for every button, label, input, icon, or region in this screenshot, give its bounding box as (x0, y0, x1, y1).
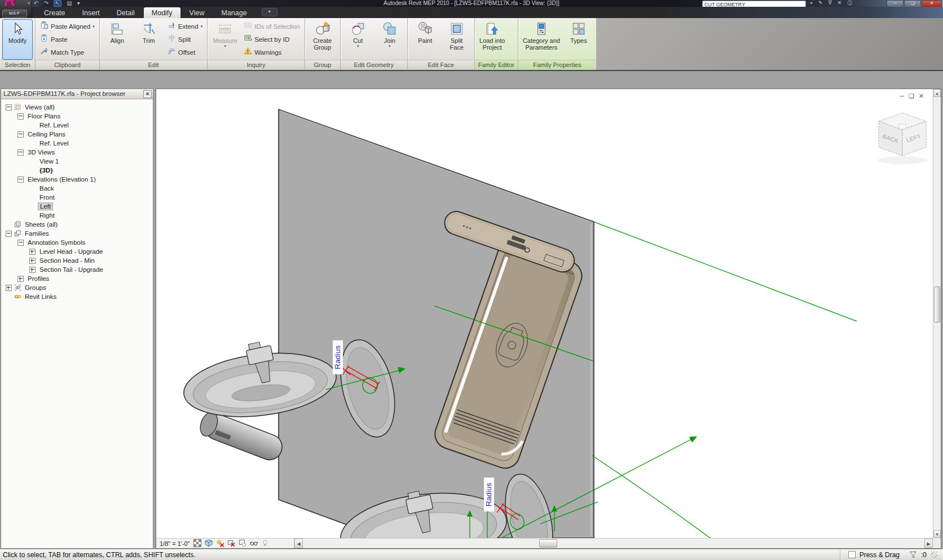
tree-item-ceiling-plans[interactable]: Ceiling Plans (1, 130, 153, 139)
vertical-scrollbar[interactable]: ▲ ▼ (933, 89, 941, 538)
tree-item-right[interactable]: Right (1, 211, 153, 220)
tree-item-back[interactable]: Back (1, 184, 153, 193)
tree-item-level-head-upgrade[interactable]: Level Head - Upgrade (1, 247, 153, 256)
close-button[interactable]: ✕ (922, 0, 942, 7)
split-face-button[interactable]: SplitFace (442, 19, 472, 60)
tree-item-ref-level[interactable]: Ref. Level (1, 139, 153, 148)
cut-button[interactable]: Cut▾ (343, 19, 373, 60)
offset-button[interactable]: Offset (165, 46, 205, 59)
link-icon (14, 293, 21, 300)
tree-item-floor-plans[interactable]: Floor Plans (1, 112, 153, 121)
vertical-scroll-thumb[interactable] (934, 286, 940, 323)
tree-item-groups[interactable]: Groups (1, 283, 153, 292)
trim-button[interactable]: Trim (134, 19, 164, 60)
align-button[interactable]: Align (102, 19, 133, 60)
tree-expander-minus-icon[interactable] (17, 149, 24, 156)
tree-expander-plus-icon[interactable] (29, 258, 36, 264)
minimize-button[interactable]: ─ (887, 0, 904, 7)
tab-modify[interactable]: Modify (144, 7, 180, 18)
document-window-controls[interactable]: ─❏✕ (900, 92, 928, 100)
canvas-3d-view[interactable]: Radius (156, 89, 933, 538)
types-button[interactable]: Types (563, 19, 594, 60)
tree-item-revit-links[interactable]: Revit Links (1, 292, 153, 301)
tab-manage[interactable]: Manage (213, 7, 254, 18)
select-by-id-button[interactable]: Select by ID (241, 33, 303, 46)
paint-button[interactable]: Paint (410, 19, 440, 60)
scroll-left-icon[interactable]: ◀ (294, 539, 303, 548)
tree-item-sheets-all-[interactable]: Sheets (all) (1, 220, 153, 229)
paste-aligned-button[interactable]: Paste Aligned▾ (37, 20, 98, 33)
join-button[interactable]: Join▾ (374, 19, 405, 60)
horizontal-scroll-thumb[interactable] (539, 539, 557, 548)
pencil-icon[interactable]: ✎ (818, 0, 823, 6)
tab-create[interactable]: Create (36, 7, 73, 18)
tree-item-3d-views[interactable]: 3D Views (1, 148, 153, 157)
temporary-hide-isolate-icon[interactable] (250, 539, 258, 548)
tree-item-elevations-elevation-1-[interactable]: Elevations (Elevation 1) (1, 175, 153, 184)
measure-button[interactable]: Measure▾ (210, 19, 240, 60)
tree-item-section-head-min[interactable]: Section Head - Min (1, 256, 153, 265)
tree-expander-minus-icon[interactable] (17, 177, 24, 183)
shadows-off-icon[interactable] (216, 539, 224, 548)
create-group-button[interactable]: CreateGroup (307, 19, 338, 60)
warnings-button[interactable]: Warnings (241, 46, 303, 59)
horizontal-scrollbar[interactable] (303, 539, 924, 548)
tree-item--3d-[interactable]: {3D} (1, 166, 153, 175)
scrollbar-corner (933, 538, 941, 548)
tree-expander-minus-icon[interactable] (17, 113, 24, 120)
tree-expander-minus-icon[interactable] (17, 240, 24, 246)
extend-button[interactable]: Extend▾ (165, 20, 205, 33)
tree-expander-minus-icon[interactable] (17, 131, 24, 138)
paste-button[interactable]: Paste (37, 33, 98, 46)
reveal-hidden-icon[interactable] (261, 539, 270, 548)
tree-item-profiles[interactable]: Profiles (1, 274, 153, 283)
binoculars-icon[interactable]: ⌖ (810, 0, 813, 6)
tree-item-ref-level[interactable]: Ref. Level (1, 121, 153, 130)
tree-item-view-1[interactable]: View 1 (1, 157, 153, 166)
radius-label-lower[interactable]: Radius (484, 483, 493, 506)
info-icon[interactable]: ⓘ (847, 0, 852, 6)
tree-expander-plus-icon[interactable] (6, 285, 12, 291)
tree-item-front[interactable]: Front (1, 193, 153, 202)
radius-label-upper[interactable]: Radius (333, 345, 342, 369)
view-scale-button[interactable]: 1/8" = 1'-0" (160, 540, 190, 547)
close-icon[interactable]: ✕ (838, 0, 842, 6)
scroll-down-icon[interactable]: ▼ (933, 530, 941, 538)
split-button[interactable]: Split (165, 33, 205, 46)
tree-expander-plus-icon[interactable] (29, 249, 36, 255)
crop-region-off-icon[interactable] (227, 539, 236, 548)
scroll-up-icon[interactable]: ▲ (933, 89, 941, 97)
tree-item-annotation-symbols[interactable]: Annotation Symbols (1, 238, 153, 247)
resize-grip[interactable] (931, 552, 937, 558)
category-and-parameters-button[interactable]: Category andParameters (521, 19, 562, 60)
ids-of-selection-button[interactable]: IDs of Selection (241, 20, 303, 33)
load-into-project-button[interactable]: Load intoProject (477, 19, 508, 60)
ribbon-state-toggle[interactable]: ▾ (262, 8, 277, 16)
tab-insert[interactable]: Insert (74, 7, 108, 18)
tab-detail[interactable]: Detail (109, 7, 143, 18)
match-type-button[interactable]: Match Type (37, 46, 98, 59)
tab-view[interactable]: View (182, 7, 213, 18)
tree-item-section-tail-upgrade[interactable]: Section Tail - Upgrade (1, 265, 153, 274)
tree-expander-minus-icon[interactable] (6, 231, 12, 237)
view-cube[interactable]: BACK LEFT (878, 113, 927, 164)
tree-expander-plus-icon[interactable] (29, 267, 36, 273)
detail-level-icon[interactable] (193, 539, 202, 548)
filter-icon[interactable] (909, 551, 917, 559)
tree-item-views-all-[interactable]: Views (all) (1, 103, 153, 112)
project-browser-close-icon[interactable]: ❌︎ (143, 90, 152, 98)
tree-expander-minus-icon[interactable] (6, 104, 12, 111)
scroll-right-icon[interactable]: ▶ (924, 539, 933, 548)
press-drag-checkbox[interactable] (848, 551, 856, 558)
crop-region-visibility-icon[interactable] (239, 539, 247, 548)
funnel-icon[interactable]: ∇ (829, 0, 832, 6)
tree-expander-plus-icon[interactable] (17, 276, 24, 282)
modify-button[interactable]: Modify (2, 19, 33, 60)
tree-item-families[interactable]: Families (1, 229, 153, 238)
maximize-button[interactable]: ❏ (904, 0, 921, 7)
tree-item-left[interactable]: Left (1, 202, 153, 211)
revit-logo: R (4, 0, 16, 10)
application-menu-button[interactable]: R MEP ▾ (0, 0, 32, 18)
model-graphics-style-icon[interactable] (205, 539, 213, 548)
search-input[interactable] (702, 1, 806, 7)
